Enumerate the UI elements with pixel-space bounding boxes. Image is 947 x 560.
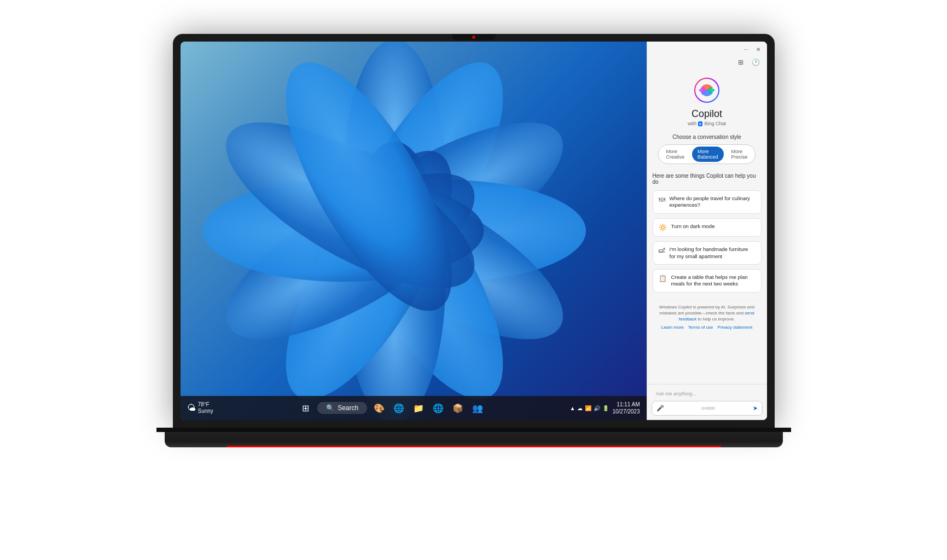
taskbar-center: ⊞ 🔍 Search 🎨 🌐 📁 🌐 📦 👥: [298, 400, 485, 416]
suggestion-furniture[interactable]: 🛋 I'm looking for handmade furniture for…: [653, 241, 762, 265]
input-count: 0/4000: [701, 406, 714, 411]
disclaimer-links: Learn more Terms of use Privacy statemen…: [656, 324, 758, 330]
send-button[interactable]: ➤: [753, 405, 758, 412]
subtitle-service: Bing Chat: [704, 121, 726, 126]
system-tray: ▲ ☁ 📶 🔊 🔋: [570, 405, 609, 411]
learn-more-link[interactable]: Learn more: [661, 324, 684, 330]
taskbar-app-explorer[interactable]: 📁: [411, 400, 426, 416]
copilot-content: Copilot with b Bing Chat Choose a conver…: [647, 71, 767, 384]
taskbar-left: 🌤 78°F Sunny: [187, 401, 213, 415]
copilot-logo: [693, 77, 721, 104]
suggestion-meals[interactable]: 📋 Create a table that helps me plan meal…: [653, 269, 762, 293]
laptop-shell: 🌤 78°F Sunny ⊞ 🔍 Search 🎨 🌐: [146, 34, 802, 526]
input-box[interactable]: 🎤 0/4000 ➤: [652, 401, 763, 416]
conversation-style-label: Choose a conversation style: [672, 134, 741, 140]
weather-info: 78°F Sunny: [198, 401, 213, 415]
laptop-hinge: [156, 428, 791, 432]
copilot-subtitle: with b Bing Chat: [688, 121, 726, 126]
tray-volume: 🔊: [594, 405, 600, 411]
mic-icon[interactable]: 🎤: [656, 405, 664, 412]
bing-badge: b: [698, 121, 702, 126]
disclaimer-after: to help us improve.: [698, 317, 735, 322]
copilot-title: Copilot: [692, 108, 722, 120]
copilot-disclaimer: Windows Copilot is powered by AI. Surpri…: [653, 299, 762, 335]
suggestion-darkmode-text: Turn on dark mode: [671, 223, 715, 230]
privacy-link[interactable]: Privacy statement: [718, 324, 753, 330]
close-button[interactable]: ✕: [754, 45, 763, 54]
copilot-toolbar: ⊞ 🕐: [647, 57, 767, 71]
suggestion-furniture-text: I'm looking for handmade furniture for m…: [670, 246, 756, 260]
style-buttons: MoreCreative MoreBalanced MorePrecise: [658, 144, 755, 164]
history-button[interactable]: 🕐: [751, 57, 762, 68]
weather-icon: 🌤: [187, 403, 196, 413]
style-btn-precise[interactable]: MorePrecise: [726, 147, 753, 162]
tray-battery: 🔋: [602, 405, 609, 411]
wallpaper: 🌤 78°F Sunny ⊞ 🔍 Search 🎨 🌐: [181, 42, 647, 420]
bloom-flower: [203, 42, 586, 420]
suggestion-darkmode-icon: 🔆: [659, 224, 667, 232]
taskbar-app-edge[interactable]: 🌐: [391, 400, 406, 416]
search-label: Search: [338, 404, 358, 412]
weather-temp: 78°F: [198, 401, 213, 408]
copilot-titlebar: ··· ✕: [647, 42, 767, 57]
taskbar-right: ▲ ☁ 📶 🔊 🔋 11:11 AM 10/27/2023: [570, 401, 640, 415]
tray-network: 📶: [585, 405, 591, 411]
tray-arrow[interactable]: ▲: [570, 405, 576, 411]
taskbar: 🌤 78°F Sunny ⊞ 🔍 Search 🎨 🌐: [181, 396, 647, 420]
new-chat-button[interactable]: ⊞: [735, 57, 746, 68]
tray-cloud: ☁: [577, 405, 583, 411]
clock-time: 11:11 AM: [612, 401, 640, 408]
laptop-lid: 🌤 78°F Sunny ⊞ 🔍 Search 🎨 🌐: [173, 34, 775, 428]
copilot-panel: ··· ✕ ⊞ 🕐: [647, 42, 767, 420]
taskbar-app-teams[interactable]: 👥: [470, 400, 485, 416]
taskbar-search[interactable]: 🔍 Search: [317, 402, 367, 414]
style-btn-creative[interactable]: MoreCreative: [660, 147, 690, 162]
taskbar-app-xbox[interactable]: 📦: [450, 400, 466, 416]
time-display: 11:11 AM 10/27/2023: [612, 401, 640, 415]
suggestion-travel-text: Where do people travel for culinary expe…: [670, 195, 756, 209]
style-btn-balanced[interactable]: MoreBalanced: [692, 147, 724, 162]
suggestion-travel-icon: 🍽: [659, 196, 665, 205]
suggestion-travel[interactable]: 🍽 Where do people travel for culinary ex…: [653, 190, 762, 214]
suggestion-furniture-icon: 🛋: [659, 247, 665, 255]
minimize-button[interactable]: ···: [742, 45, 751, 54]
camera-notch: [452, 34, 496, 40]
copilot-input-area: Ask me anything... 🎤 0/4000 ➤: [647, 384, 767, 420]
clock-date: 10/27/2023: [612, 408, 640, 415]
taskbar-app-widgets[interactable]: 🎨: [371, 400, 387, 416]
laptop-base: [165, 432, 783, 447]
input-placeholder: Ask me anything...: [652, 389, 763, 399]
subtitle-prefix: with: [688, 121, 696, 126]
suggestion-darkmode[interactable]: 🔆 Turn on dark mode: [653, 218, 762, 237]
disclaimer-text: Windows Copilot is powered by AI. Surpri…: [659, 305, 754, 316]
input-left-controls: 🎤: [656, 405, 664, 412]
suggestions-label: Here are some things Copilot can help yo…: [653, 173, 762, 185]
taskbar-app-store[interactable]: 🌐: [431, 400, 446, 416]
search-icon: 🔍: [326, 404, 334, 412]
weather-condition: Sunny: [198, 408, 213, 415]
start-button[interactable]: ⊞: [298, 400, 313, 416]
suggestion-meals-text: Create a table that helps me plan meals …: [671, 274, 756, 288]
screen: 🌤 78°F Sunny ⊞ 🔍 Search 🎨 🌐: [181, 42, 767, 420]
suggestion-meals-icon: 📋: [659, 275, 667, 283]
terms-link[interactable]: Terms of use: [688, 324, 713, 330]
camera-dot: [472, 36, 475, 39]
